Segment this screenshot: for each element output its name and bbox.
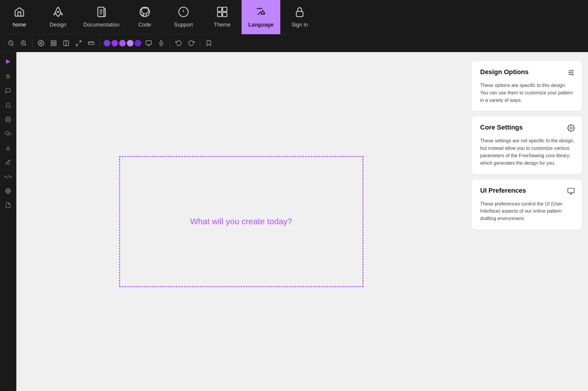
svg-rect-23 — [51, 43, 53, 45]
core-settings-card[interactable]: Core Settings These settings are not spe… — [472, 116, 582, 174]
github-icon — [139, 6, 150, 19]
right-panel: Design Options These options are specifi… — [466, 52, 588, 391]
design-options-icon — [567, 69, 575, 78]
canvas-area: What will you create today? — [16, 52, 466, 391]
sidebar-sliders-button[interactable] — [1, 70, 15, 83]
separator-1 — [32, 39, 32, 48]
top-navigation: home Design Documentation — [0, 0, 588, 34]
theme-icon — [217, 6, 228, 19]
nav-label-language: Language — [248, 22, 274, 28]
rocket-icon — [52, 6, 64, 19]
svg-rect-34 — [146, 40, 151, 44]
home-icon — [14, 6, 25, 19]
nav-item-signin[interactable]: Sign in — [280, 0, 319, 34]
left-sidebar: ▶ — [0, 52, 16, 391]
svg-rect-22 — [54, 40, 56, 42]
svg-point-59 — [572, 74, 573, 75]
svg-rect-8 — [223, 7, 227, 11]
design-options-header: Design Options — [480, 68, 575, 78]
nav-item-support[interactable]: Support — [164, 0, 203, 34]
separator-3 — [170, 39, 170, 48]
nav-label-documentation: Documentation — [83, 22, 119, 28]
svg-point-60 — [570, 127, 572, 129]
ui-preferences-title: UI Preferences — [480, 187, 526, 194]
nav-item-language[interactable]: Language — [242, 0, 280, 34]
docs-icon — [96, 6, 107, 19]
dot-4[interactable] — [127, 40, 133, 46]
language-icon — [255, 6, 267, 19]
dot-3[interactable] — [119, 40, 126, 46]
core-settings-header: Core Settings — [480, 124, 575, 134]
dot-1[interactable] — [104, 40, 110, 46]
core-settings-title: Core Settings — [480, 124, 523, 131]
ui-preferences-header: UI Preferences — [480, 187, 575, 197]
zoom-in-button[interactable] — [18, 39, 29, 48]
svg-rect-9 — [217, 12, 222, 16]
panel-button[interactable] — [61, 39, 71, 48]
redo-button[interactable] — [186, 39, 196, 48]
svg-point-49 — [7, 190, 8, 191]
rocket-toolbar-button[interactable] — [156, 39, 166, 48]
grid-button[interactable] — [49, 39, 59, 48]
bookmark-button[interactable] — [204, 39, 214, 48]
toolbar — [0, 34, 588, 52]
design-options-card[interactable]: Design Options These options are specifi… — [472, 61, 582, 111]
nav-label-support: Support — [174, 22, 193, 28]
canvas-placeholder-text: What will you create today? — [190, 217, 292, 226]
svg-point-0 — [57, 11, 59, 13]
lock-icon — [294, 6, 305, 19]
nav-label-home: home — [13, 22, 26, 28]
nav-item-home[interactable]: home — [0, 0, 39, 34]
sidebar-download-button[interactable] — [1, 141, 15, 155]
screen-button[interactable] — [144, 39, 154, 48]
svg-point-58 — [569, 72, 570, 73]
svg-point-48 — [7, 189, 10, 192]
sidebar-chat-button[interactable] — [1, 84, 15, 97]
svg-line-27 — [79, 40, 81, 42]
nav-label-code: Code — [139, 22, 151, 28]
nav-item-documentation[interactable]: Documentation — [77, 0, 125, 34]
svg-rect-10 — [223, 12, 227, 16]
settings-button[interactable] — [36, 39, 46, 48]
sidebar-document-button[interactable] — [1, 199, 15, 212]
svg-rect-24 — [54, 43, 56, 45]
svg-point-43 — [7, 77, 8, 78]
zoom-out-button[interactable] — [6, 39, 16, 48]
nav-item-theme[interactable]: Theme — [203, 0, 242, 34]
design-options-desc: These options are specific to this desig… — [480, 82, 575, 104]
dot-5[interactable] — [135, 40, 141, 46]
sidebar-print-button[interactable] — [1, 113, 15, 126]
ui-preferences-card[interactable]: UI Preferences These preferences control… — [472, 180, 582, 230]
svg-line-14 — [12, 44, 13, 46]
design-options-title: Design Options — [480, 68, 529, 76]
separator-4 — [200, 39, 200, 48]
nav-item-design[interactable]: Design — [39, 0, 77, 34]
sidebar-code-button[interactable]: </> — [1, 170, 15, 183]
ui-preferences-desc: These preferences control the UI (User I… — [480, 200, 575, 222]
sidebar-cloud-upload-button[interactable] — [1, 127, 15, 140]
nav-label-signin: Sign in — [292, 22, 308, 28]
nav-label-design: Design — [50, 22, 66, 28]
svg-point-57 — [572, 70, 573, 71]
sidebar-target-button[interactable] — [1, 184, 15, 197]
nav-item-code[interactable]: Code — [125, 0, 164, 34]
dot-2[interactable] — [111, 40, 118, 46]
svg-rect-61 — [568, 188, 574, 193]
svg-line-17 — [25, 44, 26, 46]
core-settings-icon — [567, 124, 575, 134]
fullscreen-button[interactable] — [74, 39, 84, 48]
svg-point-41 — [7, 74, 8, 75]
svg-rect-21 — [51, 40, 53, 42]
svg-rect-7 — [217, 7, 222, 11]
sidebar-expand-button[interactable]: ▶ — [4, 56, 12, 66]
ruler-button[interactable] — [86, 39, 96, 48]
svg-rect-12 — [296, 11, 303, 16]
design-canvas[interactable]: What will you create today? — [119, 156, 363, 287]
separator-2 — [100, 39, 100, 48]
main-area: ▶ — [0, 52, 588, 391]
sidebar-flask-button[interactable] — [1, 99, 15, 112]
sidebar-edit-button[interactable] — [1, 156, 15, 169]
ui-preferences-icon — [567, 187, 575, 197]
svg-point-42 — [8, 76, 9, 77]
undo-button[interactable] — [174, 39, 184, 48]
